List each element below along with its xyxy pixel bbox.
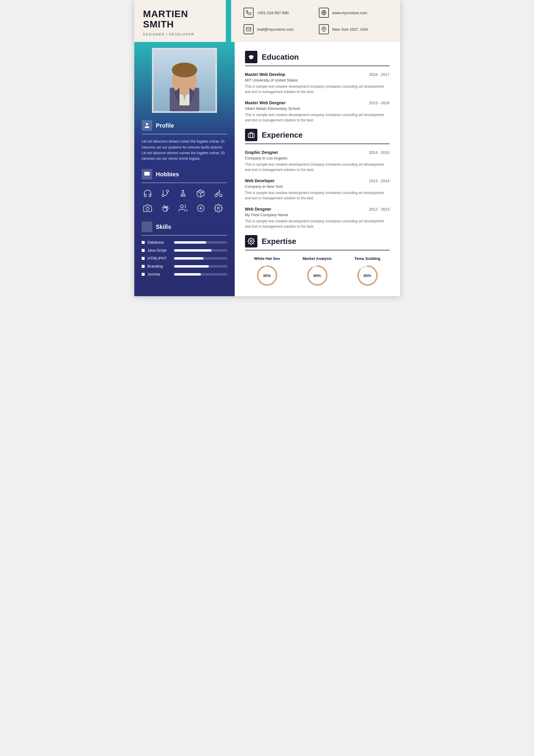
hobbies-divider <box>142 182 227 183</box>
experience-entry-2: Web Developer 2013 - 2014 Company In New… <box>245 178 390 201</box>
skills-title: Skills <box>156 224 171 230</box>
circle-progress-2: 90% <box>306 264 329 287</box>
website-text: www.mycvstore.com <box>333 11 367 15</box>
contact-phone: +001-234-567-890 <box>244 8 316 18</box>
expertise-name-1: White Hat Seo <box>254 256 280 261</box>
experience-icon <box>245 129 257 141</box>
expertise-item-2: Market Analysis 90% <box>295 256 339 287</box>
skill-bar-bg <box>174 265 227 268</box>
hobby-settings <box>213 202 224 214</box>
svg-point-23 <box>217 207 220 209</box>
svg-point-18 <box>219 194 222 197</box>
profile-icon <box>142 120 152 131</box>
resume-container: MARTIEN SMITH DESIGNER / DEVELOPER +001-… <box>134 0 400 296</box>
teal-accent-bar <box>226 0 231 42</box>
expertise-section: Expertise White Hat Seo 95% <box>245 235 390 287</box>
skill-branding: Branding <box>142 264 227 268</box>
skill-bullet <box>142 265 145 268</box>
hobby-satellite <box>195 188 207 199</box>
entry-title: Master Web Desgner <box>245 100 286 105</box>
person-silhouette <box>153 49 216 111</box>
entry-header: Master Web Desgner 2015 - 2016 <box>245 100 390 105</box>
svg-point-21 <box>180 205 183 208</box>
entry-date: 2016 - 2017 <box>369 72 389 77</box>
svg-point-8 <box>172 63 197 77</box>
entry-desc: This is sample text creative development… <box>245 84 390 94</box>
entry-subtitle: Company In New York <box>245 184 390 189</box>
email-icon <box>244 24 254 34</box>
entry-header: Web Developer 2013 - 2014 <box>245 178 390 183</box>
skill-joomla: Joomla <box>142 272 227 276</box>
circle-text-2: 90% <box>313 274 321 278</box>
entry-desc: This is sample text creative development… <box>245 190 390 201</box>
entry-desc: This is sample text creative development… <box>245 162 390 173</box>
contact-email: mail@mycvstore.com <box>244 24 316 34</box>
skill-name: Java Script <box>147 248 171 253</box>
name-line1: MARTIEN <box>143 9 188 19</box>
entry-subtitle: My Feist Company Name <box>245 213 390 217</box>
entry-title: Web Developer <box>245 178 275 183</box>
circle-text-1: 95% <box>263 274 271 278</box>
hobbies-icon <box>142 169 152 179</box>
skill-name: Database <box>147 240 171 245</box>
hobby-music <box>142 188 153 199</box>
profile-divider <box>142 134 227 134</box>
entry-header: Graphic Desgner 2014 - 2015 <box>245 150 390 155</box>
hobby-photography <box>142 202 153 214</box>
hobby-chess <box>177 188 189 199</box>
skill-bar-bg <box>174 249 227 252</box>
svg-point-14 <box>166 190 169 193</box>
phone-text: +001-234-567-890 <box>257 11 289 15</box>
skill-database: Database <box>142 240 227 245</box>
experience-title: Experience <box>262 130 303 140</box>
education-title: Education <box>262 53 299 62</box>
expertise-name-2: Market Analysis <box>303 256 332 261</box>
entry-title: Master Web Develop <box>245 72 285 77</box>
skill-bar-fill <box>174 241 206 244</box>
skill-bullet <box>142 249 145 252</box>
skills-divider <box>142 235 227 236</box>
skill-bullet <box>142 241 145 244</box>
main-content: Education Master Web Develop 2016 - 2017… <box>235 42 400 296</box>
expertise-item-3: Tema Suilding 85% <box>345 256 390 287</box>
experience-divider <box>245 144 390 144</box>
hobbies-grid <box>142 188 227 214</box>
entry-date: 2014 - 2015 <box>369 150 389 155</box>
education-entry-2: Master Web Desgner 2015 - 2016 Albert Wa… <box>245 100 390 123</box>
hobby-gaming <box>195 202 207 214</box>
header-name-section: MARTIEN SMITH DESIGNER / DEVELOPER <box>134 0 235 42</box>
entry-title: Graphic Desgner <box>245 150 279 155</box>
expertise-grid: White Hat Seo 95% Market Analysis <box>245 256 390 287</box>
expertise-title: Expertise <box>262 237 296 246</box>
expertise-header: Expertise <box>245 235 390 248</box>
profile-title: Profile <box>156 122 174 129</box>
person-title: DESIGNER / DEVELOPER <box>143 33 226 36</box>
skill-bar-fill <box>174 265 209 268</box>
person-name: MARTIEN SMITH <box>143 9 226 30</box>
website-icon <box>319 8 329 18</box>
education-icon <box>245 51 257 63</box>
resume-body: Profile Lid est laborums doloes rumes th… <box>134 42 400 296</box>
skill-bullet <box>142 257 145 260</box>
contact-website: www.mycvstore.com <box>319 8 391 18</box>
entry-subtitle: Company In Los Angeles <box>245 156 390 160</box>
skill-html: HTML/PHT <box>142 256 227 260</box>
phone-icon <box>244 8 254 18</box>
svg-point-11 <box>146 123 148 125</box>
expertise-item-1: White Hat Seo 95% <box>245 256 289 287</box>
header: MARTIEN SMITH DESIGNER / DEVELOPER +001-… <box>134 0 400 42</box>
skill-javascript: Java Script <box>142 248 227 253</box>
svg-point-15 <box>162 195 164 197</box>
circle-progress-3: 85% <box>356 264 379 287</box>
entry-desc: This is sample text creative development… <box>245 112 390 123</box>
circle-progress-1: 95% <box>255 264 279 287</box>
location-icon <box>319 24 329 34</box>
experience-section: Experience Graphic Desgner 2014 - 2015 C… <box>245 129 390 229</box>
education-entry-1: Master Web Develop 2016 - 2017 MIT Unive… <box>245 72 390 94</box>
skill-bar-bg <box>174 273 227 276</box>
skills-list: Database Java Script HTML/PHT <box>142 240 227 276</box>
skill-name: Branding <box>147 264 171 268</box>
skills-icon <box>142 222 152 232</box>
entry-header: Master Web Develop 2016 - 2017 <box>245 72 390 77</box>
profile-section-header: Profile <box>142 120 227 131</box>
